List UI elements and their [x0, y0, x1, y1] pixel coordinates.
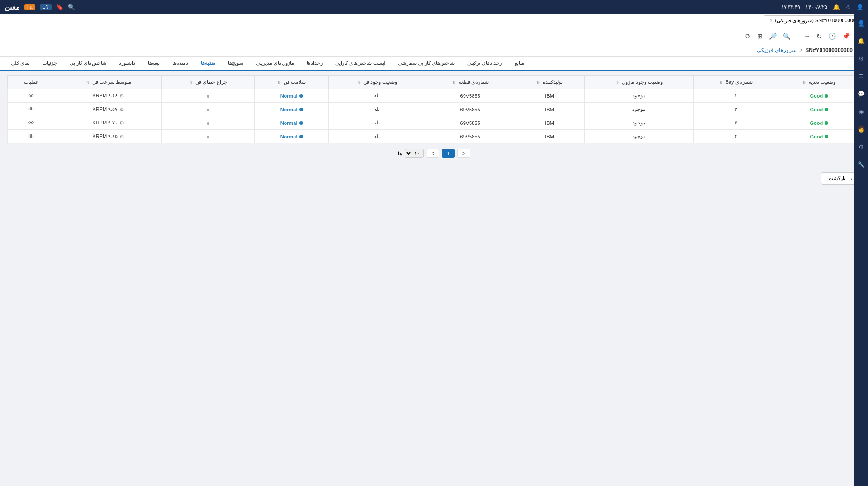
- app-logo: معین: [5, 3, 20, 11]
- toolbar-forward-button[interactable]: →: [802, 32, 812, 41]
- col-module-present[interactable]: وضعیت وجود ماژول ⇅: [584, 76, 694, 89]
- view-button-0[interactable]: 👁: [28, 92, 34, 99]
- cell-fan-health-1: Normal: [255, 103, 329, 116]
- next-page-button[interactable]: >: [427, 149, 439, 158]
- cell-manufacturer-1: IBM: [515, 103, 584, 116]
- top-bar-right: 🔍 🔖 EN Fa معین: [5, 3, 75, 11]
- search-icon[interactable]: 🔍: [68, 4, 75, 10]
- sidebar-view-icon[interactable]: ◉: [854, 106, 868, 117]
- cell-bay-0: ۱: [694, 89, 778, 103]
- col-fan-speed[interactable]: متوسط سرعت فن ⇅: [55, 76, 162, 89]
- cell-fan-present-0: بله: [329, 89, 426, 103]
- sidebar-gear-icon[interactable]: ⚙: [854, 142, 868, 152]
- prev-page-button[interactable]: <: [457, 149, 470, 158]
- main-tab[interactable]: SN#Y01000000000 (سرورهای فیزیکی) ×: [764, 15, 864, 26]
- tab-close-button[interactable]: ×: [770, 18, 773, 23]
- pagination-right: ۱۰ ۲۵ ۵۰ ها: [398, 149, 424, 158]
- sidebar-bell-icon[interactable]: 🔔: [854, 36, 868, 46]
- top-bar-left: 👤 ⚠ 🔔 ۱۴۰۰/۸/۲۵ ۱۷:۳۳:۴۹: [781, 4, 863, 10]
- breadcrumb-bar: 👁 SN#Y01000000000 < سرورهای فیزیکی: [0, 44, 868, 57]
- breadcrumb-root[interactable]: سرورهای فیزیکی: [757, 47, 797, 53]
- breadcrumb-current: SN#Y01000000000: [805, 47, 853, 53]
- user-icon[interactable]: 👤: [856, 4, 863, 10]
- col-power-status[interactable]: وضعیت تغذیه ⇅: [778, 76, 860, 89]
- cell-fan-speed-1: ⚙۹.۵۷ KRPM: [55, 103, 162, 116]
- sidebar-person-icon[interactable]: 🧑: [854, 124, 868, 134]
- action-bar: → بازگشت: [0, 168, 868, 189]
- cell-bay-1: ۲: [694, 103, 778, 116]
- col-bay-number[interactable]: شماره‌ی Bay ⇅: [694, 76, 778, 89]
- toolbar-clock-button[interactable]: 🕐: [826, 32, 838, 41]
- tab-kpi-list[interactable]: لیست شاخص‌های کارایی: [329, 57, 392, 71]
- cell-fan-health-3: Normal: [255, 130, 329, 143]
- back-label: بازگشت: [829, 176, 845, 181]
- per-page-label: ها: [398, 151, 402, 157]
- tab-dashboard[interactable]: داشبورد: [113, 57, 142, 71]
- cell-actions-1: 👁: [8, 103, 55, 116]
- bell-icon[interactable]: 🔔: [833, 4, 840, 10]
- toolbar-filter-button[interactable]: ⊞: [755, 32, 764, 41]
- tab-custom-kpis[interactable]: شاخص‌های کارایی سفارشی: [392, 57, 461, 71]
- cell-fan-health-2: Normal: [255, 116, 329, 130]
- pagination: < 1 > ۱۰ ۲۵ ۵۰ ها: [7, 143, 861, 163]
- tab-details[interactable]: جزئیات: [36, 57, 63, 71]
- toolbar-search-button[interactable]: 🔍: [781, 32, 792, 41]
- cell-fan-error-1: [162, 103, 255, 116]
- tab-mgmt-modules[interactable]: ماژول‌های مدیریتی: [250, 57, 300, 71]
- sidebar-user-icon[interactable]: 👤: [854, 18, 868, 29]
- tab-combined-events[interactable]: رخدادهای ترکیبی: [461, 57, 508, 71]
- tab-switches[interactable]: سویچ‌ها: [222, 57, 250, 71]
- view-button-2[interactable]: 👁: [28, 119, 34, 126]
- tab-blades[interactable]: تیغه‌ها: [142, 57, 166, 71]
- page-1-button[interactable]: 1: [442, 149, 455, 158]
- tab-fans[interactable]: دمنده‌ها: [166, 57, 194, 71]
- top-bar: 👤 ⚠ 🔔 ۱۴۰۰/۸/۲۵ ۱۷:۳۳:۴۹ 🔍 🔖 EN Fa معین: [0, 0, 868, 14]
- cell-power-status-0: Good: [778, 89, 860, 103]
- per-page-select[interactable]: ۱۰ ۲۵ ۵۰: [405, 149, 424, 158]
- col-fan-health[interactable]: سلامت فن ⇅: [255, 76, 329, 89]
- table-row: Good ۲ موجود IBM 69V5855 بله Normal ⚙۹.۵…: [8, 103, 861, 116]
- tab-bar: SN#Y01000000000 (سرورهای فیزیکی) ×: [0, 14, 868, 28]
- cell-module-2: موجود: [584, 116, 694, 130]
- cell-actions-3: 👁: [8, 130, 55, 143]
- toolbar-pin-button[interactable]: 📌: [840, 32, 852, 41]
- cell-bay-2: ۳: [694, 116, 778, 130]
- col-manufacturer[interactable]: تولیدکننده ⇅: [515, 76, 584, 89]
- table-row: Good ۳ موجود IBM 69V5855 بله Normal ⚙۹.۷…: [8, 116, 861, 130]
- bookmark-icon[interactable]: 🔖: [56, 4, 63, 10]
- table-row: Good ۱ موجود IBM 69V5855 بله Normal ⚙۹.۶…: [8, 89, 861, 103]
- cell-fan-present-1: بله: [329, 103, 426, 116]
- toolbar: ✕ 📌 🕐 ↻ → 🔍 🔎 ⊞ ⟳: [0, 28, 868, 44]
- alert-icon[interactable]: ⚠: [845, 4, 851, 10]
- toolbar-reload-button[interactable]: ⟳: [744, 32, 753, 41]
- col-fan-present[interactable]: وضعیت وجود فن ⇅: [329, 76, 426, 89]
- sidebar-chat-icon[interactable]: 💬: [854, 89, 868, 99]
- breadcrumb: 👁 SN#Y01000000000 < سرورهای فیزیکی: [757, 47, 861, 53]
- view-button-1[interactable]: 👁: [28, 106, 34, 113]
- sidebar-list-icon[interactable]: ☰: [854, 71, 868, 81]
- tab-label: SN#Y01000000000 (سرورهای فیزیکی): [775, 18, 859, 24]
- cell-part-1: 69V5855: [426, 103, 515, 116]
- tab-resources[interactable]: منابع: [508, 57, 531, 71]
- nav-tabs: منابع رخدادهای ترکیبی شاخص‌های کارایی سف…: [0, 57, 868, 71]
- col-fan-error[interactable]: چراغ خطای فن ⇅: [162, 76, 255, 89]
- main-content: وضعیت تغذیه ⇅ شماره‌ی Bay ⇅ وضعیت وجود م…: [0, 71, 868, 168]
- cell-fan-speed-2: ⚙۹.۷۰ KRPM: [55, 116, 162, 130]
- tab-kpis[interactable]: شاخص‌های کارایی: [63, 57, 113, 71]
- col-part-number[interactable]: شماره‌ی قطعه ⇅: [426, 76, 515, 89]
- toolbar-zoom-button[interactable]: 🔎: [767, 32, 778, 41]
- view-button-3[interactable]: 👁: [28, 133, 34, 140]
- col-actions: عملیات: [8, 76, 55, 89]
- tab-overview[interactable]: نمای کلی: [5, 57, 36, 71]
- sidebar-settings-icon[interactable]: ⚙: [854, 53, 868, 64]
- time-display: ۱۷:۳۳:۴۹: [781, 4, 800, 10]
- lang-en-button[interactable]: EN: [40, 4, 52, 10]
- tab-events[interactable]: رخدادها: [300, 57, 329, 71]
- cell-fan-speed-3: ⚙۹.۸۵ KRPM: [55, 130, 162, 143]
- cell-module-1: موجود: [584, 103, 694, 116]
- sidebar-wrench-icon[interactable]: 🔧: [854, 159, 868, 170]
- toolbar-refresh-button[interactable]: ↻: [815, 32, 824, 41]
- tab-power[interactable]: تغذیه‌ها: [194, 57, 222, 71]
- cell-part-0: 69V5855: [426, 89, 515, 103]
- lang-fa-button[interactable]: Fa: [24, 4, 35, 10]
